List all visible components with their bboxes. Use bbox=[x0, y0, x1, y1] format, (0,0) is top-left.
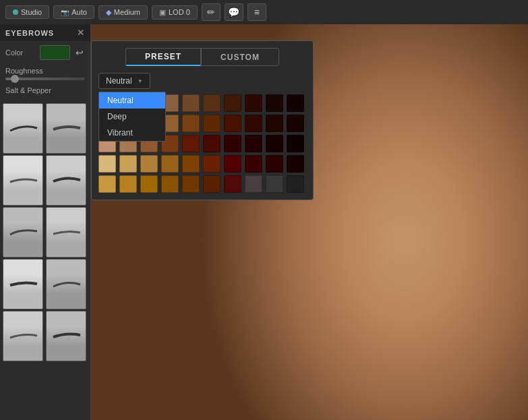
dropdown-menu: Neutral Deep Vibrant bbox=[98, 92, 166, 142]
salt-pepper-row: Salt & Pepper bbox=[0, 83, 90, 100]
swatch-4-10[interactable] bbox=[287, 155, 304, 173]
swatch-5-6[interactable] bbox=[203, 175, 221, 193]
swatch-2-10[interactable] bbox=[287, 115, 304, 132]
dropdown-item-vibrant[interactable]: Vibrant bbox=[99, 125, 165, 141]
swatch-4-7[interactable] bbox=[224, 155, 241, 173]
lod-icon: ▣ bbox=[159, 8, 166, 17]
swatch-1-7[interactable] bbox=[224, 94, 241, 112]
dropdown-item-neutral[interactable]: Neutral bbox=[99, 92, 165, 109]
camera-icon: 📷 bbox=[61, 9, 69, 16]
top-bar: Studio 📷 Auto ◆ Medium ▣ LOD 0 ✏ 💬 ≡ bbox=[0, 0, 528, 24]
eyebrow-thumb-3[interactable] bbox=[3, 155, 43, 206]
auto-label: Auto bbox=[71, 8, 87, 16]
eyebrow-thumb-5[interactable] bbox=[3, 207, 43, 258]
eyebrow-thumb-6[interactable] bbox=[46, 207, 86, 258]
menu-button[interactable]: ≡ bbox=[247, 3, 266, 21]
swatch-5-5[interactable] bbox=[182, 175, 200, 193]
swatch-1-5[interactable] bbox=[182, 94, 200, 112]
color-row: Color ↩ bbox=[0, 41, 90, 64]
swatch-1-8[interactable] bbox=[245, 94, 262, 112]
swatch-4-8[interactable] bbox=[245, 155, 262, 173]
auto-button[interactable]: 📷 Auto bbox=[53, 5, 94, 19]
studio-dot-icon bbox=[13, 9, 18, 15]
roughness-row: Roughness bbox=[0, 64, 90, 83]
swatch-5-2[interactable] bbox=[119, 175, 137, 193]
panel-title-text: EYEBROWS bbox=[5, 29, 54, 37]
swatch-5-7[interactable] bbox=[224, 175, 241, 193]
eyebrow-thumb-1[interactable] bbox=[3, 103, 43, 154]
swatch-1-9[interactable] bbox=[266, 94, 283, 112]
swatch-1-10[interactable] bbox=[287, 94, 304, 112]
color-picker-popup: PRESET CUSTOM Neutral Neutral Deep Vibra… bbox=[91, 40, 314, 200]
custom-tab[interactable]: CUSTOM bbox=[201, 48, 279, 66]
swatch-5-10[interactable] bbox=[287, 175, 304, 193]
swatch-4-1[interactable] bbox=[98, 155, 116, 173]
swatch-4-6[interactable] bbox=[203, 155, 221, 173]
swatch-4-9[interactable] bbox=[266, 155, 283, 173]
dropdown-selected-label: Neutral bbox=[106, 76, 132, 86]
eyebrow-thumb-8[interactable] bbox=[46, 259, 86, 309]
swatch-3-8[interactable] bbox=[245, 135, 262, 152]
eyebrow-thumb-2[interactable] bbox=[46, 103, 86, 154]
eyebrow-thumb-10[interactable] bbox=[46, 311, 86, 361]
undo-button[interactable]: ↩ bbox=[74, 46, 85, 59]
swatch-3-5[interactable] bbox=[182, 135, 200, 152]
eyebrow-thumb-4[interactable] bbox=[46, 155, 86, 206]
swatch-5-4[interactable] bbox=[161, 175, 179, 193]
preset-tab[interactable]: PRESET bbox=[125, 48, 201, 66]
swatch-3-6[interactable] bbox=[203, 135, 221, 152]
swatch-4-5[interactable] bbox=[182, 155, 200, 173]
swatch-5-8[interactable] bbox=[245, 175, 262, 193]
swatch-2-6[interactable] bbox=[203, 115, 221, 132]
swatch-2-9[interactable] bbox=[266, 115, 283, 132]
lod-button[interactable]: ▣ LOD 0 bbox=[152, 5, 198, 20]
tone-dropdown[interactable]: Neutral bbox=[98, 73, 150, 89]
color-label: Color bbox=[5, 49, 36, 57]
close-button[interactable]: ✕ bbox=[77, 28, 85, 38]
swatch-5-3[interactable] bbox=[140, 175, 158, 193]
lod-label: LOD 0 bbox=[169, 8, 190, 16]
roughness-slider[interactable] bbox=[5, 78, 85, 80]
swatch-4-3[interactable] bbox=[140, 155, 158, 173]
medium-button[interactable]: ◆ Medium bbox=[98, 5, 148, 20]
color-input[interactable] bbox=[40, 45, 70, 60]
dropdown-item-deep[interactable]: Deep bbox=[99, 109, 165, 125]
swatch-4-4[interactable] bbox=[161, 155, 179, 173]
left-panel: EYEBROWS ✕ Color ↩ Roughness Salt & Pepp… bbox=[0, 24, 91, 420]
eyebrow-thumbnail-grid bbox=[0, 100, 90, 364]
eyebrow-thumb-9[interactable] bbox=[3, 311, 43, 361]
swatch-5-9[interactable] bbox=[266, 175, 283, 193]
panel-title: EYEBROWS ✕ bbox=[0, 24, 90, 41]
tabs-row: PRESET CUSTOM bbox=[92, 41, 313, 70]
comment-button[interactable]: 💬 bbox=[225, 3, 243, 21]
swatch-2-5[interactable] bbox=[182, 115, 200, 132]
swatch-5-1[interactable] bbox=[98, 175, 116, 193]
swatch-2-7[interactable] bbox=[224, 115, 241, 132]
swatch-row-5 bbox=[92, 174, 313, 194]
salt-pepper-label: Salt & Pepper bbox=[5, 86, 51, 94]
studio-label: Studio bbox=[21, 8, 42, 16]
eyebrow-thumb-7[interactable] bbox=[3, 259, 43, 309]
swatch-4-2[interactable] bbox=[119, 155, 137, 173]
medium-label: Medium bbox=[114, 8, 140, 16]
swatch-3-9[interactable] bbox=[266, 135, 283, 152]
swatch-2-8[interactable] bbox=[245, 115, 262, 132]
diamond-icon: ◆ bbox=[106, 8, 111, 17]
roughness-label: Roughness bbox=[5, 67, 85, 75]
swatch-3-10[interactable] bbox=[287, 135, 304, 152]
pencil-button[interactable]: ✏ bbox=[202, 3, 221, 21]
studio-button[interactable]: Studio bbox=[5, 5, 49, 19]
dropdown-row: Neutral Neutral Deep Vibrant bbox=[92, 70, 313, 93]
swatch-1-6[interactable] bbox=[203, 94, 221, 112]
swatch-row-4 bbox=[92, 154, 313, 174]
swatch-3-7[interactable] bbox=[224, 135, 241, 152]
